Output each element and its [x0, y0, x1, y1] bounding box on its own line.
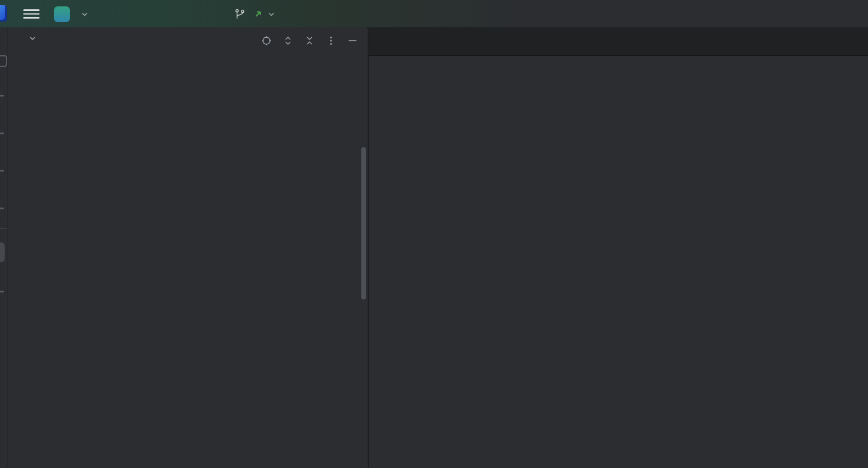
expand-all-button[interactable] — [282, 35, 294, 47]
stripe-divider — [0, 228, 7, 229]
active-tool-window-button[interactable] — [0, 242, 5, 262]
project-panel-header — [8, 27, 367, 54]
tool-stripe-icon-fragment — [0, 55, 7, 67]
push-arrow-icon — [254, 9, 263, 19]
app-logo-icon — [0, 5, 7, 22]
tool-stripe-icon-fragment — [0, 133, 4, 134]
locate-file-button[interactable] — [261, 35, 272, 47]
tree-scrollbar-thumb[interactable] — [361, 147, 366, 299]
project-panel — [8, 27, 367, 468]
chevron-down-icon — [267, 10, 276, 19]
collapse-all-button[interactable] — [304, 35, 315, 47]
project-badge-icon — [54, 6, 70, 22]
tool-stripe-icon-fragment — [0, 208, 4, 209]
editor-pane — [368, 27, 868, 468]
project-panel-actions — [261, 35, 358, 47]
tool-stripe-icon-fragment — [0, 291, 4, 292]
hamburger-menu-icon[interactable] — [23, 7, 40, 21]
editor-area[interactable] — [369, 55, 868, 468]
chevron-down-icon — [80, 10, 89, 19]
tool-window-stripe — [0, 27, 8, 468]
hide-panel-button[interactable] — [347, 35, 358, 47]
editor-tab-bar — [369, 27, 868, 56]
titlebar — [0, 0, 868, 28]
tool-stripe-icon-fragment — [0, 95, 4, 97]
project-switcher[interactable] — [54, 3, 89, 24]
git-branch-icon — [234, 8, 246, 20]
git-branch-widget[interactable] — [234, 3, 276, 24]
chevron-down-icon — [29, 34, 37, 42]
project-view-selector[interactable] — [22, 34, 40, 43]
tool-stripe-icon-fragment — [0, 170, 4, 172]
ide-window — [0, 0, 868, 468]
more-options-button[interactable] — [325, 35, 337, 47]
